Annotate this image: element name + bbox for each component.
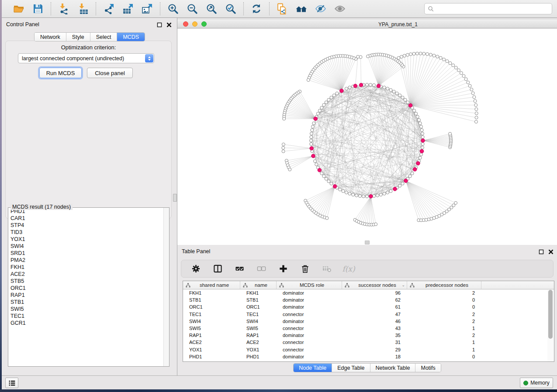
column-header-MCDS-role[interactable]: MCDS role: [277, 281, 342, 289]
export-network-icon[interactable]: [102, 2, 115, 15]
memory-status-icon: [523, 381, 528, 385]
cell-shared-name: TEC1: [183, 311, 240, 318]
control-panel-tabs: NetworkStyleSelectMCDS: [34, 32, 145, 41]
cell-name: ORC1: [240, 303, 277, 310]
cell-name: RAP1: [240, 332, 277, 339]
tab-node-table[interactable]: Node Table: [294, 364, 332, 372]
task-history-button[interactable]: [5, 378, 18, 388]
zoom-selected-icon[interactable]: [224, 2, 237, 15]
table-tabs: Node TableEdge TableNetwork TableMotifs: [293, 363, 441, 372]
column-header-successor-nodes[interactable]: successor nodes⌄: [342, 281, 407, 289]
zoom-in-icon[interactable]: [166, 2, 180, 15]
tab-motifs[interactable]: Motifs: [415, 364, 440, 372]
mcds-result-list[interactable]: PHD1CAR1STP4TID3YOX1SWI4SRD1PMA2FKH1ACE2…: [8, 208, 169, 366]
toolbar-group: [270, 2, 353, 15]
export-image-icon[interactable]: [141, 2, 154, 15]
optimization-criterion-value: largest connected component (undirected): [18, 55, 145, 62]
table-row[interactable]: FKH1FKH1dominator962: [183, 289, 554, 296]
cell-shared-name: STB1: [183, 296, 240, 303]
cell-predecessor-nodes: 1: [407, 325, 481, 332]
table-row[interactable]: STB1STB1dominator620: [183, 296, 554, 303]
column-header-shared-name[interactable]: shared name: [183, 281, 240, 289]
cell-predecessor-nodes: 2: [407, 311, 481, 318]
float-table-panel-icon[interactable]: [538, 249, 544, 254]
cell-MCDS-role: connector: [277, 339, 342, 346]
show-all-icon[interactable]: [333, 2, 346, 15]
cell-name: ACE2: [240, 339, 277, 346]
tab-style[interactable]: Style: [66, 33, 90, 41]
network-edges: [283, 54, 477, 225]
add-icon[interactable]: [277, 264, 289, 274]
network-canvas[interactable]: [177, 29, 557, 245]
close-table-panel-icon[interactable]: [548, 249, 554, 254]
tab-mcds[interactable]: MCDS: [117, 33, 145, 41]
tab-select[interactable]: Select: [90, 33, 118, 41]
node-table: shared namenameMCDS rolesuccessor nodes⌄…: [183, 281, 554, 362]
deselect-all-icon[interactable]: [256, 264, 267, 274]
control-panel: Control Panel NetworkStyleSelectMCDS Opt…: [2, 18, 175, 375]
table-header-row: shared namenameMCDS rolesuccessor nodes⌄…: [183, 281, 554, 289]
search-box[interactable]: [424, 3, 552, 14]
mcds-result-node: PMA2: [8, 257, 169, 264]
memory-button[interactable]: Memory: [520, 378, 553, 388]
gear-icon[interactable]: [190, 264, 201, 274]
run-mcds-button[interactable]: Run MCDS: [39, 68, 82, 78]
table-row[interactable]: RAP1RAP1dominator352: [183, 332, 554, 339]
tab-network-table[interactable]: Network Table: [370, 364, 416, 372]
cell-predecessor-nodes: 1: [407, 346, 481, 353]
save-session-icon[interactable]: [31, 2, 45, 15]
cell-successor-nodes: 18: [342, 353, 407, 360]
optimization-criterion-select[interactable]: largest connected component (undirected): [18, 53, 154, 63]
columns-icon[interactable]: [212, 264, 223, 274]
zoom-fit-icon[interactable]: [205, 2, 218, 15]
hide-selected-icon[interactable]: [314, 2, 327, 15]
tab-edge-table[interactable]: Edge Table: [332, 364, 370, 372]
table-row[interactable]: ORC1ORC1dominator610: [183, 303, 554, 310]
close-panel-button[interactable]: Close panel: [87, 68, 133, 78]
cell-name: SWI5: [240, 325, 277, 332]
table-row[interactable]: SWI4SWI4dominator462: [183, 318, 554, 325]
tab-network[interactable]: Network: [35, 33, 66, 41]
network-window-titlebar[interactable]: YPA_prune.txt_1: [177, 19, 557, 28]
import-table-icon[interactable]: [76, 2, 90, 15]
result-list-scrollbar[interactable]: [163, 208, 169, 366]
cell-successor-nodes: 46: [342, 318, 407, 325]
refresh-icon[interactable]: [250, 2, 263, 15]
open-session-icon[interactable]: [12, 2, 25, 15]
vertical-split-handle[interactable]: [173, 194, 177, 202]
cell-predecessor-nodes: 2: [407, 289, 481, 296]
table-row[interactable]: PHD1PHD1dominator180: [183, 353, 554, 360]
main-toolbar: [2, 0, 557, 18]
mcds-result-node: SRD1: [8, 250, 169, 257]
horizontal-split-handle[interactable]: [365, 241, 370, 244]
table-scrollbar-thumb[interactable]: [548, 290, 553, 339]
cell-shared-name: ORC1: [183, 303, 240, 310]
desktop-wallpaper-bottom: [0, 389, 557, 392]
table-row[interactable]: YOX1YOX1connector291: [183, 346, 554, 353]
search-icon: [428, 6, 434, 12]
cell-successor-nodes: 47: [342, 311, 407, 318]
export-table-icon[interactable]: [121, 2, 135, 15]
delete-icon[interactable]: [299, 264, 311, 274]
float-panel-icon[interactable]: [156, 22, 162, 28]
zoom-out-icon[interactable]: [186, 2, 199, 15]
mcds-result-node: GCR1: [8, 320, 169, 327]
search-input[interactable]: [436, 4, 552, 13]
import-network-icon[interactable]: [57, 2, 70, 15]
first-neighbors-icon[interactable]: [295, 2, 308, 15]
table-scrollbar[interactable]: [547, 290, 554, 361]
clone-network-icon[interactable]: [276, 2, 289, 15]
cell-shared-name: YOX1: [183, 346, 240, 353]
table-row[interactable]: ACE2ACE2connector311: [183, 339, 554, 346]
cell-MCDS-role: dominator: [277, 303, 342, 310]
select-all-icon[interactable]: [234, 264, 245, 274]
table-row[interactable]: TEC1TEC1connector472: [183, 311, 554, 318]
column-header-predecessor-nodes[interactable]: predecessor nodes: [407, 281, 481, 289]
network-graph[interactable]: [177, 29, 557, 245]
column-header-name[interactable]: name: [240, 281, 277, 289]
cell-name: TEC1: [240, 311, 277, 318]
mcds-result-title: MCDS result (17 nodes): [10, 204, 73, 210]
table-row[interactable]: SWI5SWI5connector431: [183, 325, 554, 332]
close-panel-icon[interactable]: [166, 22, 172, 28]
mcds-result-box: MCDS result (17 nodes) PHD1CAR1STP4TID3Y…: [8, 204, 170, 367]
